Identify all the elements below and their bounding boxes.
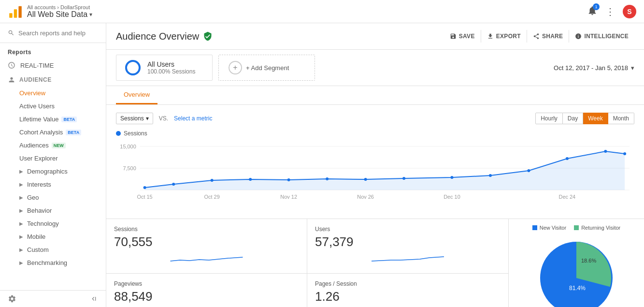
custom-label: Custom (27, 246, 49, 253)
metric-label: Sessions (120, 115, 144, 122)
time-btn-day[interactable]: Day (563, 113, 583, 124)
sidebar-item-technology[interactable]: ▶ Technology (0, 217, 106, 230)
svg-text:7,500: 7,500 (123, 165, 136, 171)
export-button[interactable]: EXPORT (481, 30, 527, 43)
save-button[interactable]: SAVE (444, 30, 481, 43)
time-buttons: Hourly Day Week Month (535, 113, 634, 124)
sidebar-item-mobile[interactable]: ▶ Mobile (0, 230, 106, 243)
mobile-label: Mobile (27, 233, 45, 240)
all-users-segment[interactable]: All Users 100.00% Sessions (116, 55, 213, 81)
sidebar-item-demographics[interactable]: ▶ Demographics (0, 165, 106, 178)
sidebar-item-lifetime-value[interactable]: Lifetime Value BETA (0, 113, 106, 126)
pages-per-session-value: 1.26 (315, 289, 501, 304)
header-actions: SAVE EXPORT SHARE INTELLIGENCE (444, 30, 634, 43)
returning-visitor-legend: Returning Visitor (574, 225, 620, 231)
export-icon (487, 33, 494, 40)
stat-card-pages-per-session: Pages / Session 1.26 (307, 274, 508, 307)
site-title[interactable]: All Web Site Data ▾ (27, 10, 92, 19)
select-metric-link[interactable]: Select a metric (174, 115, 212, 122)
overview-label: Overview (19, 89, 45, 97)
expand-icon: ▶ (19, 208, 23, 213)
logo-area: All accounts › DollarSprout All Web Site… (8, 4, 92, 19)
page-title-area: Audience Overview (116, 31, 213, 42)
sessions-sparkline (114, 251, 299, 265)
search-input[interactable] (18, 29, 98, 37)
sidebar-item-interests[interactable]: ▶ Interests (0, 178, 106, 191)
audience-label: AUDIENCE (19, 76, 52, 83)
new-visitor-color (532, 225, 537, 230)
header-right: 1 ⋮ S (587, 5, 636, 18)
audience-header[interactable]: AUDIENCE (0, 73, 106, 87)
svg-point-23 (623, 152, 626, 155)
all-users-donut (124, 59, 142, 76)
notification-badge: 1 (593, 3, 600, 10)
segments-bar: All Users 100.00% Sessions + + Add Segme… (106, 50, 644, 86)
sidebar-item-overview[interactable]: Overview (0, 87, 106, 100)
pie-chart: 81.4% 18.6% (533, 234, 620, 307)
verified-icon (203, 31, 213, 41)
lifetime-value-label: Lifetime Value (19, 116, 58, 123)
date-range-selector[interactable]: Oct 12, 2017 - Jan 5, 2018 ▾ (554, 55, 634, 81)
metric-selector[interactable]: Sessions ▾ (116, 113, 153, 124)
lifetime-value-badge: BETA (61, 117, 77, 122)
svg-point-10 (143, 186, 146, 189)
search-area[interactable] (0, 23, 106, 43)
all-users-name: All Users (147, 60, 195, 68)
expand-icon: ▶ (19, 169, 23, 174)
user-avatar[interactable]: S (623, 5, 636, 18)
cohort-analysis-badge: BETA (66, 130, 81, 135)
add-segment-label: + Add Segment (246, 64, 289, 72)
more-options-button[interactable]: ⋮ (605, 7, 615, 16)
tab-bar: Overview (106, 86, 644, 105)
time-btn-month[interactable]: Month (608, 113, 634, 124)
audiences-badge: NEW (52, 143, 66, 148)
add-segment-card[interactable]: + + Add Segment (218, 55, 315, 81)
pie-legend: New Visitor Returning Visitor (516, 225, 636, 231)
site-dropdown-icon[interactable]: ▾ (89, 11, 92, 18)
time-btn-week[interactable]: Week (583, 113, 608, 124)
notifications-button[interactable]: 1 (587, 5, 598, 17)
svg-text:15,000: 15,000 (120, 144, 136, 149)
expand-icon: ▶ (19, 195, 23, 200)
sidebar-item-user-explorer[interactable]: User Explorer (0, 152, 106, 165)
svg-text:Nov 12: Nov 12 (280, 194, 297, 200)
svg-point-15 (326, 177, 329, 180)
svg-point-21 (566, 157, 569, 160)
sidebar-item-realtime[interactable]: REAL-TIME (0, 58, 106, 73)
demographics-label: Demographics (27, 168, 68, 175)
svg-point-4 (126, 61, 140, 74)
breadcrumb: All accounts › DollarSprout (27, 4, 92, 10)
date-dropdown-icon: ▾ (631, 64, 634, 72)
user-explorer-label: User Explorer (19, 155, 57, 162)
stats-section: Sessions 70,555 Users 57,379 Pageviews 8… (106, 219, 644, 307)
settings-icon[interactable] (8, 294, 16, 303)
intelligence-button[interactable]: INTELLIGENCE (569, 30, 634, 43)
all-users-sub: 100.00% Sessions (147, 68, 195, 75)
export-label: EXPORT (496, 33, 521, 40)
svg-text:Oct 29: Oct 29 (204, 194, 220, 200)
expand-icon: ▶ (19, 247, 23, 252)
interests-label: Interests (27, 181, 51, 188)
sidebar-item-cohort-analysis[interactable]: Cohort Analysis BETA (0, 126, 106, 139)
content-header: Audience Overview SAVE EXPORT SHARE (106, 23, 644, 50)
sidebar-item-benchmarking[interactable]: ▶ Benchmarking (0, 256, 106, 269)
svg-text:81.4%: 81.4% (569, 285, 586, 292)
sidebar-item-custom[interactable]: ▶ Custom (0, 243, 106, 256)
tab-overview[interactable]: Overview (116, 86, 157, 104)
collapse-sidebar-icon[interactable] (90, 295, 98, 303)
sidebar-item-behavior[interactable]: ▶ Behavior (0, 204, 106, 217)
plus-icon: + (229, 61, 242, 74)
time-btn-hourly[interactable]: Hourly (535, 113, 563, 124)
intelligence-icon (575, 33, 582, 40)
returning-visitor-label: Returning Visitor (581, 225, 620, 231)
benchmarking-label: Benchmarking (27, 259, 67, 266)
share-button[interactable]: SHARE (527, 30, 569, 43)
svg-point-11 (172, 183, 175, 186)
sidebar-item-geo[interactable]: ▶ Geo (0, 191, 106, 204)
share-label: SHARE (542, 33, 563, 40)
sidebar-footer (0, 290, 106, 307)
stats-grid: Sessions 70,555 Users 57,379 Pageviews 8… (106, 219, 509, 307)
share-icon (533, 33, 540, 40)
sidebar-item-audiences[interactable]: Audiences NEW (0, 139, 106, 152)
sidebar-item-active-users[interactable]: Active Users (0, 100, 106, 113)
